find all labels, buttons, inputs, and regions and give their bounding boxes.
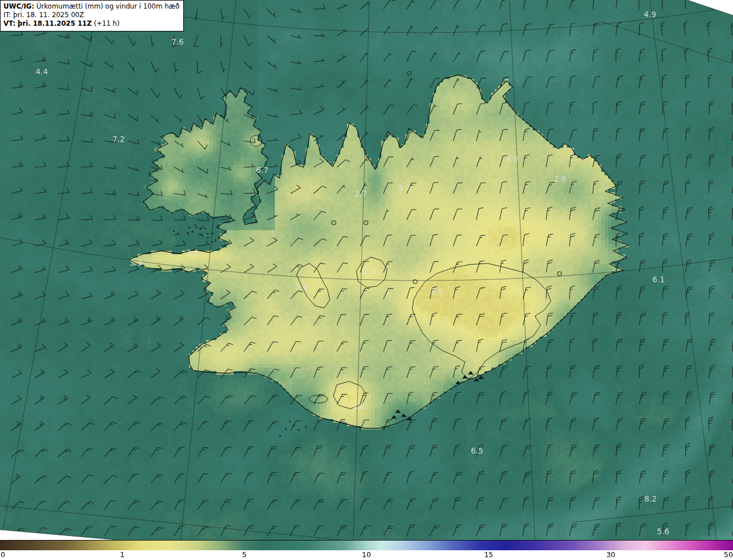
- title-line-product: UWC/IG: Úrkomumætti (mm) og vindur i 100…: [3, 2, 179, 11]
- valid-label: VT:: [3, 19, 15, 27]
- title-line-valid: VT: þri. 18.11.2025 11Z (+11 h): [3, 19, 179, 28]
- colorbar-tick-label: 50: [724, 550, 733, 559]
- title-line-init: IT: þri. 18. 11. 2025 00Z: [3, 11, 179, 19]
- colorbar-ticks: 01510153050: [0, 550, 733, 560]
- valid-offset: (+11 h): [94, 19, 120, 27]
- colorbar-gradient: [0, 540, 733, 551]
- colorbar-tick-label: 10: [362, 550, 371, 559]
- init-time: þri. 18. 11. 2025 00Z: [13, 11, 84, 19]
- colorbar-tick-label: 15: [484, 550, 493, 559]
- valid-time: þri. 18.11.2025 11Z: [18, 19, 92, 27]
- colorbar: 01510153050: [0, 540, 733, 560]
- weather-map-canvas: [0, 0, 733, 540]
- title-box: UWC/IG: Úrkomumætti (mm) og vindur i 100…: [0, 0, 184, 31]
- colorbar-tick-label: 1: [120, 550, 124, 559]
- product-label: UWC/IG:: [3, 2, 34, 10]
- colorbar-tick-label: 0: [1, 550, 5, 559]
- weather-map-app: 4.47.64.97.26.72.75.73.02.83.63.32.42.11…: [0, 0, 733, 560]
- init-label: IT:: [3, 11, 11, 19]
- colorbar-tick-label: 30: [606, 550, 616, 559]
- product-title: Úrkomumætti (mm) og vindur i 100m hæð: [37, 2, 180, 10]
- colorbar-tick-label: 5: [242, 550, 247, 559]
